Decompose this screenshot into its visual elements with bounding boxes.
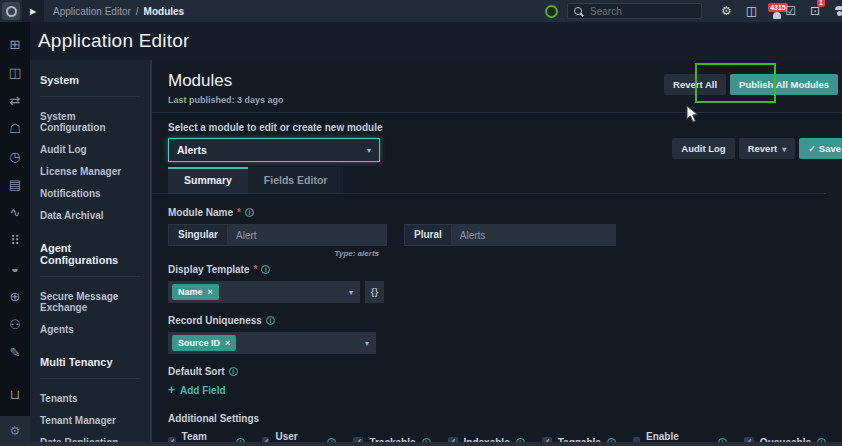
sidebar-item-tenants[interactable]: Tenants: [40, 387, 140, 409]
recycle-bin-icon[interactable]: ⊔: [0, 380, 30, 408]
apps-grid-icon[interactable]: ⠿: [0, 226, 30, 254]
breadcrumb-parent[interactable]: Application Editor: [53, 6, 131, 17]
integrations-icon[interactable]: ◫: [746, 5, 757, 17]
caret-down-icon: ▾: [349, 288, 353, 297]
app-logo-icon[interactable]: [2, 2, 20, 20]
additional-settings-label: Additional Settings: [168, 413, 826, 424]
sidebar-item-tenant-manager[interactable]: Tenant Manager: [40, 409, 140, 431]
required-asterisk: *: [237, 207, 241, 218]
revert-all-button[interactable]: Revert All: [664, 74, 726, 95]
global-icon[interactable]: ⊕: [0, 282, 30, 310]
users-icon[interactable]: ⚇: [0, 310, 30, 338]
workflow-icon[interactable]: ⇄: [0, 86, 30, 114]
tasks-clipboard-icon[interactable]: ☑: [785, 5, 796, 17]
info-icon[interactable]: i: [245, 208, 254, 217]
info-icon[interactable]: i: [261, 265, 270, 274]
security-shield-icon[interactable]: ☖: [0, 114, 30, 142]
revert-button[interactable]: Revert▾: [739, 138, 796, 159]
sidebar-toggle-button[interactable]: ▶: [22, 0, 44, 22]
caret-down-icon: ▾: [365, 339, 369, 348]
section-header-multi-tenancy: Multi Tenancy: [40, 342, 140, 379]
editor-pencil-icon[interactable]: ✎: [0, 338, 30, 366]
info-icon[interactable]: i: [266, 316, 275, 325]
search-box[interactable]: [567, 3, 702, 19]
sidebar-item-license-manager[interactable]: License Manager: [40, 160, 140, 182]
automation-icon[interactable]: ⊡ 1: [810, 5, 820, 17]
module-select-label: Select a module to edit or create new mo…: [168, 122, 826, 133]
tab-summary[interactable]: Summary: [168, 167, 248, 193]
module-select-value: Alerts: [177, 144, 207, 156]
singular-label-box: Singular: [168, 224, 228, 246]
last-published-text: Last published: 3 days ago: [168, 95, 826, 105]
plus-icon: +: [168, 383, 175, 397]
module-select[interactable]: Alerts ▾: [168, 138, 380, 162]
page-title: Application Editor: [38, 30, 189, 52]
dashboard-icon[interactable]: ⊞: [0, 30, 30, 58]
play-icon: ▶: [30, 7, 36, 16]
audit-log-button[interactable]: Audit Log: [672, 138, 734, 159]
sidebar-item-secure-message-exchange[interactable]: Secure Message Exchange: [40, 285, 140, 318]
sidebar-item-audit-log[interactable]: Audit Log: [40, 138, 140, 160]
add-field-link[interactable]: + Add Field: [168, 383, 826, 397]
tab-fields-editor[interactable]: Fields Editor: [248, 167, 344, 193]
bottom-edge-strip: [0, 442, 842, 446]
top-bar: ▶ Application Editor / Modules ⚙ ◫ 4315 …: [0, 0, 842, 22]
type-hint-text: Type: alerts: [168, 249, 379, 258]
section-header-system: System: [40, 60, 140, 97]
record-uniqueness-select[interactable]: Source ID × ▾: [168, 332, 376, 354]
automation-badge: 1: [817, 0, 825, 7]
search-icon: [574, 6, 585, 17]
check-icon: ✓: [808, 144, 816, 154]
applications-icon[interactable]: ▤: [0, 170, 30, 198]
chip-close-icon[interactable]: ×: [225, 338, 230, 348]
icon-rail: ⊞ ◫ ⇄ ☖ ◷ ▤ ∿ ⠿ ◒ ⊕ ⚇ ✎ ⊔ ⚙: [0, 22, 30, 446]
search-input[interactable]: [590, 6, 690, 17]
record-uniqueness-label: Record Uniqueness i: [168, 315, 826, 326]
sidebar-item-agents[interactable]: Agents: [40, 318, 140, 340]
settings-gear-icon[interactable]: ⚙: [721, 5, 732, 17]
modules-panel: Modules Last published: 3 days ago Rever…: [150, 60, 842, 446]
settings-sidebar: System System Configuration Audit Log Li…: [30, 60, 150, 446]
singular-name-input[interactable]: [228, 224, 387, 246]
reports-chart-icon[interactable]: ∿: [0, 198, 30, 226]
breadcrumb: Application Editor / Modules: [53, 6, 184, 17]
caret-down-icon: ▾: [782, 145, 786, 154]
template-braces-button[interactable]: {}: [365, 281, 384, 303]
caret-down-icon: ▾: [367, 146, 371, 155]
chip-source-id[interactable]: Source ID ×: [172, 335, 236, 351]
title-band: Application Editor: [30, 22, 842, 60]
compass-icon[interactable]: ◷: [0, 142, 30, 170]
chip-close-icon[interactable]: ×: [208, 287, 213, 297]
status-indicator-icon[interactable]: [545, 5, 558, 18]
editor-tabs: Summary Fields Editor: [152, 167, 826, 194]
info-icon[interactable]: i: [229, 367, 238, 376]
default-sort-label: Default Sort i: [168, 366, 826, 377]
breadcrumb-current: Modules: [144, 6, 185, 17]
sidebar-item-data-archival[interactable]: Data Archival: [40, 204, 140, 226]
display-template-label: Display Template * i: [168, 264, 826, 275]
integrations-rail-icon[interactable]: ◫: [0, 58, 30, 86]
section-header-agent-configurations: Agent Configurations: [40, 228, 140, 277]
module-name-label: Module Name * i: [168, 207, 826, 218]
sidebar-item-notifications[interactable]: Notifications: [40, 182, 140, 204]
display-template-select[interactable]: Name × ▾: [168, 281, 360, 303]
plural-name-input[interactable]: [452, 224, 616, 246]
plural-label-box: Plural: [404, 224, 452, 246]
save-button[interactable]: ✓Save: [799, 138, 842, 159]
publish-all-modules-button[interactable]: Publish All Modules: [730, 74, 838, 95]
sidebar-item-system-configuration[interactable]: System Configuration: [40, 105, 140, 138]
chip-name[interactable]: Name ×: [172, 284, 219, 300]
breadcrumb-separator: /: [136, 6, 139, 17]
downloads-icon[interactable]: ◒: [0, 254, 30, 282]
required-asterisk: *: [254, 264, 258, 275]
